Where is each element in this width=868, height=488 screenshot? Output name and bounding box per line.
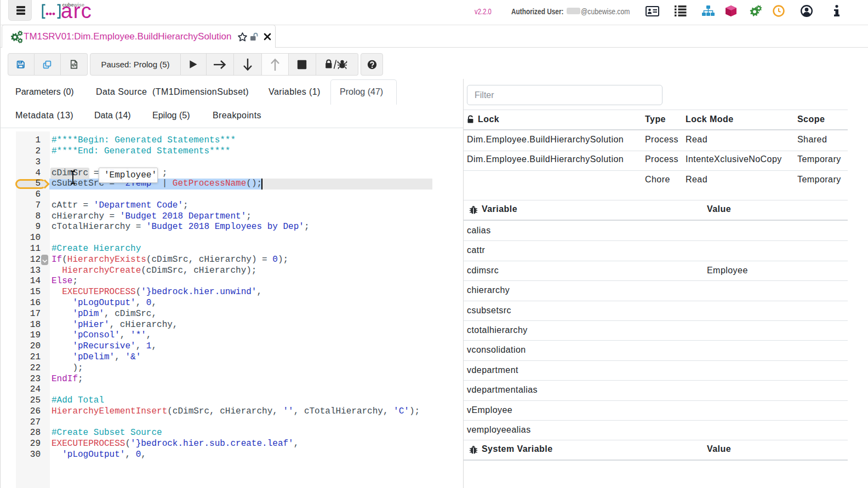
svg-text:arc: arc: [61, 2, 92, 22]
